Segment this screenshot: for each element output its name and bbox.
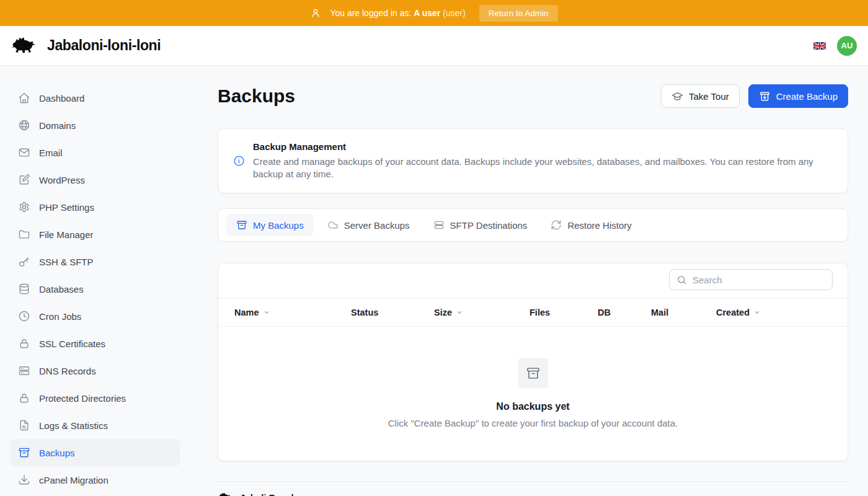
column-header-size[interactable]: Size	[434, 308, 529, 317]
logged-in-prefix: You are logged in as:	[330, 8, 411, 18]
create-backup-label: Create Backup	[776, 91, 838, 102]
sidebar-nav: Dashboard Domains Email WordPress PHP Se…	[0, 66, 190, 496]
tab-label: My Backups	[253, 220, 304, 231]
chevron-down-icon	[455, 308, 464, 317]
chevron-down-icon	[262, 308, 271, 317]
column-header-mail[interactable]: Mail	[651, 308, 716, 317]
sidebar-item-label: cPanel Migration	[39, 475, 108, 485]
sidebar-item-label: Email	[39, 148, 63, 158]
page-actions: Take Tour Create Backup	[661, 84, 848, 108]
archive-down-icon	[759, 91, 771, 102]
table-toolbar	[218, 264, 848, 298]
column-label: Mail	[651, 308, 668, 317]
boar-logo-icon	[218, 492, 234, 496]
infobox-text: Backup Management Create and manage back…	[253, 141, 833, 180]
column-header-db[interactable]: DB	[598, 308, 651, 317]
main-content: Backups Take Tour Create Backup Backup M…	[190, 66, 868, 496]
lock-icon	[18, 337, 30, 350]
sidebar-item-databases[interactable]: Databases	[10, 275, 180, 303]
column-label: Size	[434, 308, 452, 317]
sidebar-item-label: File Manager	[39, 229, 94, 240]
footer-right	[680, 482, 848, 496]
sidebar-item-label: Cron Jobs	[39, 311, 81, 322]
clock-icon	[18, 310, 30, 322]
archive-icon	[18, 446, 30, 459]
footer-brand-name: Jabali Panel	[240, 492, 294, 496]
lock-icon	[18, 392, 30, 404]
file-text-icon	[18, 419, 30, 432]
sidebar-item-label: SSH & SFTP	[39, 257, 94, 267]
tab-label: Server Backups	[344, 220, 410, 231]
sidebar-item-wordpress[interactable]: WordPress	[10, 166, 180, 193]
folder-icon	[18, 228, 30, 241]
table-header-row: Name Status Size Files DB Mail	[218, 298, 848, 327]
header-actions: AU	[813, 36, 857, 56]
take-tour-button[interactable]: Take Tour	[661, 84, 740, 108]
gear-icon	[18, 201, 30, 213]
edit-icon	[18, 174, 30, 186]
column-label: DB	[598, 308, 611, 317]
sidebar-item-label: PHP Settings	[39, 202, 94, 213]
logged-in-username: A user	[414, 8, 440, 18]
tab-sftp-destinations[interactable]: SFTP Destinations	[423, 214, 538, 236]
page-head: Backups Take Tour Create Backup	[218, 84, 848, 108]
globe-icon	[18, 119, 30, 131]
page-footer: Jabali Panel	[218, 481, 848, 496]
tab-label: SFTP Destinations	[450, 220, 528, 231]
column-header-files[interactable]: Files	[529, 308, 598, 317]
tab-restore-history[interactable]: Restore History	[541, 214, 641, 236]
footer-brand: Jabali Panel	[218, 492, 294, 496]
archive-icon	[236, 219, 247, 231]
sidebar-item-email[interactable]: Email	[10, 139, 180, 166]
app-title: Jabaloni-loni-loni	[47, 37, 161, 54]
column-header-created[interactable]: Created	[716, 308, 831, 317]
tab-server-backups[interactable]: Server Backups	[317, 214, 420, 236]
empty-state: No backups yet Click "Create Backup" to …	[218, 327, 848, 461]
sidebar-item-protected-directories[interactable]: Protected Directories	[10, 384, 180, 412]
user-avatar[interactable]: AU	[837, 36, 857, 56]
logged-in-role: (user)	[443, 8, 466, 18]
search-input[interactable]	[693, 275, 825, 285]
return-to-admin-button[interactable]: Return to Admin	[479, 5, 558, 22]
infobox-title: Backup Management	[253, 141, 833, 152]
sidebar-item-dashboard[interactable]: Dashboard	[10, 84, 180, 112]
refresh-icon	[551, 219, 562, 231]
sidebar-item-backups[interactable]: Backups	[10, 439, 180, 466]
column-label: Status	[351, 308, 378, 317]
column-header-status[interactable]: Status	[351, 308, 434, 317]
backups-table-card: Name Status Size Files DB Mail	[218, 263, 848, 461]
backup-tabs: My Backups Server Backups SFTP Destinati…	[218, 208, 848, 242]
cloud-icon	[327, 219, 339, 231]
search-box	[669, 269, 833, 290]
column-header-name[interactable]: Name	[234, 308, 351, 317]
sidebar-item-label: Logs & Statistics	[39, 420, 108, 431]
server-icon	[433, 219, 445, 231]
sidebar-item-cpanel-migration[interactable]: cPanel Migration	[10, 466, 180, 494]
create-backup-button[interactable]: Create Backup	[748, 84, 848, 108]
database-icon	[18, 283, 30, 295]
sidebar-item-dns-records[interactable]: DNS Records	[10, 357, 180, 384]
sidebar-item-file-manager[interactable]: File Manager	[10, 221, 180, 248]
sidebar-item-ssl-certificates[interactable]: SSL Certificates	[10, 330, 180, 357]
uk-flag-icon[interactable]	[813, 42, 826, 50]
home-icon	[18, 92, 30, 104]
boar-logo-icon	[11, 35, 41, 56]
sidebar-item-label: Protected Directories	[39, 393, 126, 404]
download-icon	[18, 474, 30, 486]
sidebar-item-php-settings[interactable]: PHP Settings	[10, 193, 180, 221]
chevron-down-icon	[753, 308, 761, 317]
tab-my-backups[interactable]: My Backups	[226, 214, 314, 236]
empty-state-title: No backups yet	[496, 401, 569, 412]
sidebar-item-ssh-sftp[interactable]: SSH & SFTP	[10, 248, 180, 275]
column-label: Created	[716, 308, 750, 317]
archive-icon	[526, 366, 541, 381]
empty-state-icon-box	[518, 358, 548, 388]
sidebar-item-logs-statistics[interactable]: Logs & Statistics	[10, 412, 180, 439]
sidebar-item-label: Databases	[39, 284, 84, 294]
info-icon	[233, 155, 245, 167]
sidebar-item-domains[interactable]: Domains	[10, 112, 180, 139]
page-title: Backups	[218, 86, 295, 107]
sidebar-item-cron-jobs[interactable]: Cron Jobs	[10, 303, 180, 330]
app-header: Jabaloni-loni-loni AU	[0, 26, 868, 66]
infobox-description: Create and manage backups of your accoun…	[253, 156, 833, 180]
